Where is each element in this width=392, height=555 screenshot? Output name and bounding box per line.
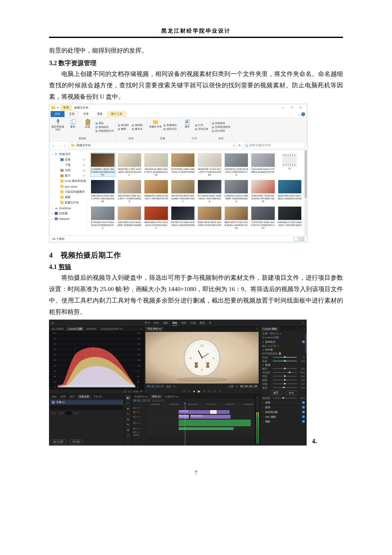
- track-lane[interactable]: [149, 434, 255, 437]
- ribbon-button[interactable]: 全部选择: [212, 122, 230, 125]
- chevron-down-icon[interactable]: ▾: [140, 390, 142, 393]
- play-button[interactable]: ▶: [198, 390, 200, 393]
- quick-access-toolbar-icon[interactable]: ▾: [57, 106, 58, 109]
- ribbon-tab[interactable]: 主页: [64, 111, 79, 117]
- checkbox-checked[interactable]: ✓: [302, 420, 305, 423]
- caption-item[interactable]: 字幕 01: [50, 400, 123, 404]
- track-header[interactable]: A2: [132, 427, 149, 431]
- ribbon-button[interactable]: 粘贴快捷方式: [95, 129, 114, 133]
- file-item[interactable]: 13A11A48-9AA0-477f-8BF6-81A68312FD3F: [250, 153, 276, 177]
- ribbon-button[interactable]: 全部取消选择: [212, 126, 230, 129]
- panel-tab[interactable]: 效果: [59, 394, 68, 399]
- workspace-tab[interactable]: 音频: [191, 320, 196, 326]
- track-header[interactable]: V2: [132, 410, 149, 415]
- workspace-tab[interactable]: 编辑: [163, 320, 168, 326]
- slider-track[interactable]: [273, 384, 297, 384]
- sidebar-item[interactable]: ∨Network: [49, 216, 87, 221]
- color-swatch[interactable]: [65, 411, 72, 415]
- settings-wrench-icon[interactable]: ✦: [236, 385, 238, 388]
- file-item[interactable]: A85A065A-47F0-4292-011A-FD4DA024A812: [144, 206, 169, 230]
- slider-knob[interactable]: [284, 368, 286, 369]
- workspace-tab[interactable]: 库: [209, 320, 211, 326]
- scrollbar-thumb[interactable]: [305, 151, 307, 198]
- panel-tab[interactable]: 音轨混合器:序列 01: [99, 327, 124, 331]
- sidebar-item[interactable]: sys cache: [49, 184, 87, 189]
- thumbnail-view-button[interactable]: [299, 237, 304, 241]
- basic-correction-section[interactable]: ∨ 基本校正 ✓: [262, 339, 305, 344]
- slider-knob[interactable]: [289, 371, 291, 373]
- sidebar-item[interactable]: ∨此电脑: [49, 211, 87, 216]
- track-header[interactable]: V3: [132, 406, 149, 410]
- marker-icon[interactable]: [159, 400, 161, 402]
- back-button[interactable]: ←: [52, 144, 56, 147]
- extract-icon[interactable]: [213, 390, 216, 392]
- file-item[interactable]: 8175D834-AA75-4f0e-B1D0-D2355EEB1DF0: [90, 206, 115, 230]
- slider-track[interactable]: [273, 357, 297, 358]
- timeline-clip[interactable]: [179, 420, 251, 426]
- wb-selector-row[interactable]: 白平衡选择器: [262, 352, 305, 355]
- track-lane[interactable]: 开头红字幕: [149, 410, 255, 415]
- file-item[interactable]: 10E59E3C-5158-4e76-9D13-27BEF60E1C7A: [224, 153, 249, 177]
- track-header[interactable]: A3: [132, 431, 149, 434]
- ribbon-button[interactable]: 粘贴: [81, 118, 95, 136]
- pen-tool[interactable]: ✎: [126, 423, 131, 427]
- ribbon-button[interactable]: 复制到: [132, 124, 144, 127]
- slider-track[interactable]: [273, 376, 297, 377]
- file-item[interactable]: CDF579DF-515D-4b45-8F7A-C396B23DCCF3: [250, 206, 276, 230]
- slider-knob[interactable]: [283, 397, 284, 399]
- sequence-tab[interactable]: 合成序列 03: [163, 394, 180, 399]
- maximize-button[interactable]: □: [287, 104, 296, 111]
- go-to-out-icon[interactable]: »: [204, 390, 205, 393]
- overflow-icon[interactable]: »: [303, 321, 304, 324]
- program-tab[interactable]: 节目:序列 01: [145, 327, 163, 331]
- slider-knob[interactable]: [284, 383, 286, 384]
- slider-knob[interactable]: [284, 375, 286, 377]
- workspace-tab[interactable]: 学习: [145, 320, 150, 326]
- ribbon-button[interactable]: 新建文件夹: [149, 118, 162, 136]
- resolution-dropdown[interactable]: 完整: [229, 385, 234, 388]
- file-item[interactable]: 80C5793A-BAF5-4bba-8A6F-A45196F3150C: [170, 179, 196, 203]
- refresh-button[interactable]: ↻: [239, 144, 241, 147]
- timeline-settings-icon[interactable]: [162, 400, 164, 402]
- lumetri-section[interactable]: ›创意✓: [262, 400, 305, 405]
- track-lane[interactable]: [149, 431, 255, 434]
- checkbox-checked[interactable]: ✓: [302, 406, 305, 408]
- step-back-icon[interactable]: ◀: [193, 390, 195, 393]
- panel-menu-icon[interactable]: ≡: [303, 327, 306, 330]
- eyedropper-icon[interactable]: [279, 352, 282, 355]
- export-frame-icon[interactable]: [219, 390, 221, 392]
- chevron-down-icon[interactable]: ▾: [174, 385, 175, 388]
- timeline-clip[interactable]: 家和小熊 01(V): [190, 415, 230, 419]
- forward-button[interactable]: →: [57, 144, 61, 147]
- bit-depth-label[interactable]: 8 Bit: [133, 390, 138, 393]
- slider-track[interactable]: [273, 398, 297, 398]
- project-button[interactable]: 与平衡: [69, 440, 83, 444]
- align-control[interactable]: [73, 411, 79, 415]
- timeline-timecode[interactable]: 00;01;24;35: [133, 399, 150, 402]
- track-header[interactable]: V1: [132, 415, 149, 419]
- panel-tab[interactable]: 历史记录: [77, 394, 91, 399]
- ribbon-button[interactable]: 复制: [66, 118, 80, 136]
- go-to-in-icon[interactable]: «: [188, 390, 190, 393]
- scrollbar[interactable]: [305, 333, 306, 444]
- selection-tool[interactable]: ►: [126, 396, 131, 400]
- font-control[interactable]: [50, 411, 57, 415]
- ribbon-button[interactable]: 剪切: [95, 122, 114, 125]
- timeline-clip[interactable]: 家和小熊 01: [179, 415, 189, 419]
- sidebar-item[interactable]: ↓下载: [49, 162, 87, 168]
- file-item[interactable]: 1B0670B7-C857-4424-A50F-2B4C4C5A23AC: [117, 153, 142, 177]
- ribbon-button[interactable]: 复制路径: [95, 126, 114, 129]
- lumetri-section[interactable]: ›曲线✓: [262, 405, 305, 409]
- track-header[interactable]: 主声道: [132, 434, 149, 437]
- ribbon-button[interactable]: 移动到: [118, 124, 131, 127]
- hand-tool[interactable]: ❖: [126, 428, 131, 432]
- workspace-tab[interactable]: 图形: [200, 320, 205, 326]
- track-lane[interactable]: [149, 419, 255, 427]
- ribbon-tab[interactable]: 文件: [51, 111, 64, 117]
- lift-icon[interactable]: [208, 390, 210, 392]
- wrench-icon[interactable]: [124, 390, 126, 393]
- details-view-button[interactable]: [294, 237, 298, 241]
- track-select-tool[interactable]: »: [126, 401, 131, 405]
- checkbox-checked[interactable]: ✓: [302, 411, 305, 413]
- scrollbar[interactable]: [304, 150, 307, 235]
